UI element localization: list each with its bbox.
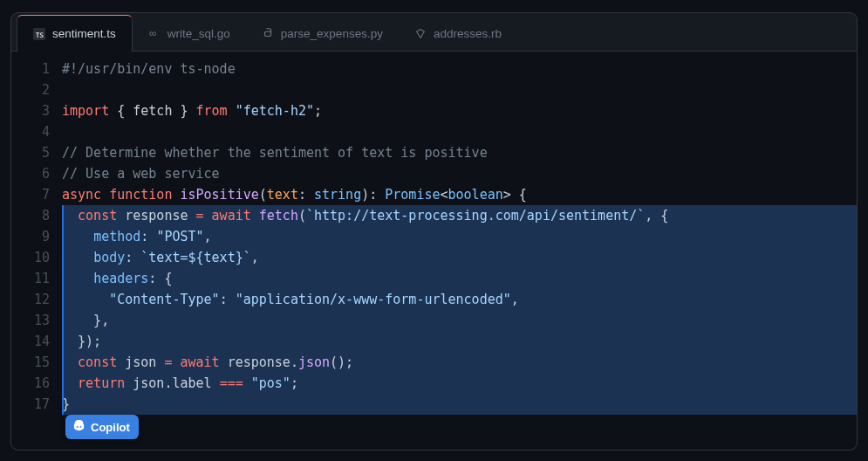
line-number: 16 [11, 373, 50, 394]
line-number: 4 [11, 121, 50, 142]
code-line[interactable]: body: `text=${text}`, [62, 247, 857, 268]
code-line[interactable]: return json.label === "pos"; [62, 373, 857, 394]
line-number: 3 [11, 100, 50, 121]
line-number: 9 [11, 226, 50, 247]
code-line[interactable] [62, 79, 857, 100]
tab-write_sql-go[interactable]: ∞write_sql.go [133, 15, 246, 51]
editor-frame: TSsentiment.ts∞write_sql.goparse_expense… [10, 12, 858, 451]
code-line[interactable]: }, [62, 310, 857, 331]
code-area[interactable]: #!/usr/bin/env ts-nodeimport { fetch } f… [62, 58, 857, 450]
line-number-gutter: 1234567891011121314151617 [11, 58, 62, 450]
py-file-icon [262, 27, 274, 39]
rb-file-icon [414, 27, 427, 39]
code-line[interactable]: const json = await response.json(); [62, 352, 857, 373]
ts-file-icon: TS [33, 28, 45, 40]
editor-body: 1234567891011121314151617 #!/usr/bin/env… [11, 52, 857, 450]
line-number: 14 [11, 331, 50, 352]
code-line[interactable]: // Determine whether the sentiment of te… [62, 142, 857, 163]
copilot-badge-label: Copilot [91, 421, 130, 434]
tab-addresses-rb[interactable]: addresses.rb [399, 15, 517, 51]
line-number: 10 [11, 247, 50, 268]
tab-label: sentiment.ts [52, 27, 116, 40]
go-file-icon: ∞ [148, 27, 161, 39]
line-number: 2 [11, 79, 50, 100]
tab-label: write_sql.go [167, 27, 230, 40]
copilot-suggestion-badge[interactable]: Copilot [65, 415, 139, 439]
code-line[interactable]: headers: { [62, 268, 857, 289]
tab-label: addresses.rb [434, 27, 502, 40]
copilot-icon [72, 419, 85, 435]
tab-sentiment-ts[interactable]: TSsentiment.ts [17, 15, 133, 52]
tab-label: parse_expenses.py [281, 27, 383, 40]
code-line[interactable]: import { fetch } from "fetch-h2"; [62, 100, 857, 121]
code-line[interactable]: // Use a web service [62, 163, 857, 184]
code-line[interactable] [62, 121, 857, 142]
svg-text:TS: TS [36, 31, 44, 38]
code-line[interactable]: } [62, 394, 857, 415]
code-line[interactable]: async function isPositive(text: string):… [62, 184, 857, 205]
code-line[interactable]: #!/usr/bin/env ts-node [62, 58, 857, 79]
svg-text:∞: ∞ [149, 28, 156, 38]
line-number: 1 [11, 58, 50, 79]
code-line[interactable]: method: "POST", [62, 226, 857, 247]
line-number: 6 [11, 163, 50, 184]
tab-bar: TSsentiment.ts∞write_sql.goparse_expense… [11, 13, 857, 52]
line-number: 12 [11, 289, 50, 310]
code-line[interactable]: const response = await fetch(`http://tex… [62, 205, 857, 226]
line-number: 15 [11, 352, 50, 373]
tab-parse_expenses-py[interactable]: parse_expenses.py [246, 15, 399, 51]
line-number: 13 [11, 310, 50, 331]
line-number: 7 [11, 184, 50, 205]
code-line[interactable]: "Content-Type": "application/x-www-form-… [62, 289, 857, 310]
line-number: 17 [11, 394, 50, 415]
line-number: 11 [11, 268, 50, 289]
line-number: 8 [11, 205, 50, 226]
line-number: 5 [11, 142, 50, 163]
code-line[interactable]: }); [62, 331, 857, 352]
